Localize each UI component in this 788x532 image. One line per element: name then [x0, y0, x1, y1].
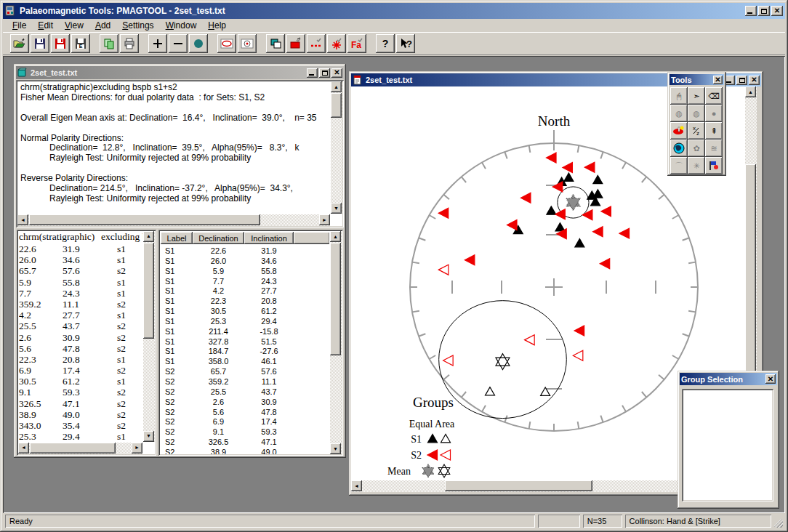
grid-row[interactable]: S1184.7-27.6 — [161, 347, 329, 357]
menu-add[interactable]: Add — [90, 20, 116, 31]
font-style-button[interactable]: Fa — [347, 34, 366, 53]
app-titlebar[interactable]: Palaeomagnetic Tools: PMAGTOOL - 2set_te… — [3, 3, 785, 19]
data-list-hscroll-thumb[interactable] — [30, 443, 116, 454]
grid-column-header[interactable] — [294, 232, 329, 244]
grid-column-header[interactable]: Inclination — [244, 232, 294, 244]
fraction-tool[interactable]: xz — [688, 122, 705, 140]
ellipse-button[interactable] — [217, 34, 236, 53]
scroll-right-icon[interactable]: ► — [319, 214, 330, 225]
grid-row[interactable]: S130.561.2 — [161, 307, 329, 317]
globe-tool[interactable] — [670, 140, 688, 157]
grid-row[interactable]: S225.543.7 — [161, 387, 329, 398]
data-list-vscrollbar[interactable]: ▲ ▼ — [143, 231, 155, 442]
grid-row[interactable]: S122.631.9 — [161, 246, 329, 257]
group-selection-close-button[interactable]: ✕ — [765, 374, 776, 384]
scroll-down-icon[interactable]: ▼ — [330, 443, 341, 454]
resize-grip[interactable] — [774, 519, 783, 528]
grid-row[interactable]: S15.955.8 — [161, 267, 329, 277]
help-button[interactable]: ? — [376, 34, 395, 53]
plot-hscroll-thumb[interactable] — [445, 480, 592, 491]
group-selection-list[interactable] — [682, 389, 773, 501]
tools-close-button[interactable]: ✕ — [713, 76, 723, 84]
maximize-button[interactable] — [758, 6, 770, 16]
grid-row[interactable]: S1327.851.5 — [161, 337, 329, 347]
scroll-down-icon[interactable]: ▼ — [331, 203, 342, 214]
results-hscroll-thumb[interactable] — [29, 214, 260, 225]
results-minimize-button[interactable] — [307, 68, 318, 78]
grid-row[interactable]: S26.917.4 — [161, 417, 329, 427]
symbol-style-button[interactable] — [327, 34, 346, 53]
data-list-vscroll-thumb[interactable] — [143, 243, 154, 339]
plot-close-button[interactable]: ✕ — [749, 76, 760, 85]
results-text[interactable]: chrm(stratigraphic)excluding bspb s1+s2F… — [17, 81, 330, 214]
grid-row[interactable]: S29.159.3 — [161, 427, 329, 438]
save-button[interactable] — [31, 34, 49, 53]
close-button[interactable]: ✕ — [771, 6, 783, 16]
results-window-titlebar[interactable]: 2set_test.txt ✕ — [16, 66, 344, 79]
grid-row[interactable]: S126.034.6 — [161, 257, 329, 267]
menu-edit[interactable]: Edit — [33, 20, 58, 31]
zoom-out-button[interactable] — [169, 34, 188, 53]
menu-window[interactable]: Window — [161, 20, 202, 31]
scroll-up-icon[interactable]: ▲ — [745, 86, 756, 97]
branch-arrows-tool[interactable]: ⇞ — [705, 122, 723, 140]
grid-row[interactable]: S265.757.6 — [161, 367, 329, 377]
minimize-button[interactable] — [745, 6, 757, 16]
save-export-button[interactable]: E — [71, 34, 90, 53]
grid-vscrollbar[interactable]: ▲ ▼ — [330, 231, 342, 454]
results-close-button[interactable]: ✕ — [331, 68, 342, 78]
copy-button[interactable] — [100, 34, 118, 53]
menu-file[interactable]: File — [7, 20, 31, 31]
results-hscrollbar[interactable]: ◄ ► — [17, 214, 330, 226]
grid-row[interactable]: S17.724.3 — [161, 277, 329, 287]
circle-button[interactable] — [189, 34, 208, 53]
grid-row[interactable]: S14.227.7 — [161, 286, 329, 297]
scroll-left-icon[interactable]: ◄ — [351, 480, 362, 491]
results-vscroll-thumb[interactable] — [331, 93, 342, 118]
data-list-hscrollbar[interactable]: ◄ ► — [18, 443, 142, 454]
legend-s2-label: S2 — [411, 450, 422, 461]
line-style-button[interactable] — [307, 34, 326, 53]
results-maximize-button[interactable] — [319, 68, 330, 78]
grid-row[interactable]: S22.630.9 — [161, 398, 329, 408]
cascade-button[interactable] — [266, 34, 285, 53]
scroll-left-icon[interactable]: ◄ — [17, 214, 28, 225]
circle-dot-button[interactable] — [238, 34, 257, 53]
grid-row[interactable]: S1211.4-15.8 — [161, 327, 329, 337]
scroll-right-icon[interactable]: ► — [132, 443, 142, 454]
fill-style-button[interactable] — [286, 34, 305, 53]
save-red-button[interactable] — [51, 34, 70, 53]
grid-row[interactable]: S2359.211.1 — [161, 377, 329, 387]
grid-column-header[interactable]: Label — [161, 232, 193, 244]
grid-row[interactable]: S122.320.8 — [161, 297, 329, 307]
scroll-up-icon[interactable]: ▲ — [331, 81, 342, 92]
grid-row[interactable]: S238.949.0 — [161, 448, 329, 454]
scroll-left-icon[interactable]: ◄ — [18, 443, 29, 454]
menu-help[interactable]: Help — [203, 20, 231, 31]
grid-vscroll-thumb[interactable] — [330, 243, 341, 355]
grid-column-header[interactable]: Declination — [193, 232, 244, 244]
open-button[interactable] — [10, 34, 29, 53]
tick — [529, 145, 531, 153]
group-selection-titlebar[interactable]: Group Selection ✕ — [680, 373, 777, 385]
zoom-in-button[interactable] — [148, 34, 167, 53]
rotate-ellipse-tool[interactable] — [670, 122, 688, 140]
tools-titlebar[interactable]: Tools ✕ — [670, 74, 724, 85]
mouse-tool[interactable]: 🖰 — [670, 87, 688, 105]
context-help-button[interactable]: ? — [396, 34, 415, 53]
grid-row[interactable]: S2326.547.1 — [161, 438, 329, 448]
scroll-down-icon[interactable]: ▼ — [143, 431, 154, 442]
grid-row[interactable]: S125.329.4 — [161, 317, 329, 327]
print-button[interactable] — [120, 34, 139, 53]
plot-maximize-button[interactable] — [736, 76, 747, 85]
grid-row[interactable]: S1358.046.1 — [161, 357, 329, 367]
flag-tool[interactable] — [705, 157, 723, 174]
results-vscrollbar[interactable]: ▲ ▼ — [331, 81, 342, 214]
grid-row[interactable]: S25.647.8 — [161, 408, 329, 418]
scroll-up-icon[interactable]: ▲ — [330, 231, 341, 242]
menu-settings[interactable]: Settings — [117, 20, 158, 31]
pointer-tool[interactable]: ➣ — [688, 87, 705, 105]
menu-view[interactable]: View — [60, 20, 89, 31]
scroll-up-icon[interactable]: ▲ — [143, 231, 154, 242]
eraser-tool[interactable]: ⌫ — [705, 87, 723, 105]
